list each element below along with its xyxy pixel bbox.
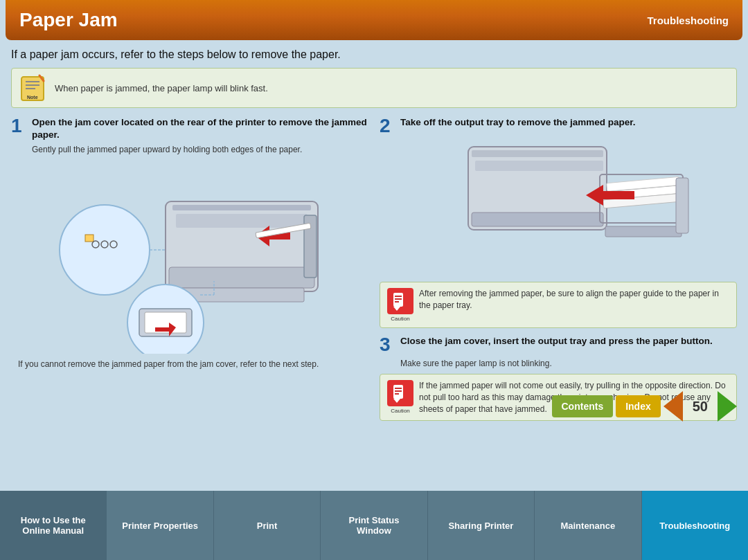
nav-item-online-manual-label: How to Use theOnline Manual: [21, 515, 86, 536]
svg-text:Note: Note: [27, 95, 38, 100]
nav-item-maintenance-label: Maintenance: [560, 521, 615, 531]
svg-rect-29: [472, 213, 603, 226]
caution-text-1: After removing the jammed paper, be sure…: [419, 288, 729, 311]
svg-rect-40: [395, 301, 399, 302]
right-column: 2 Take off the output tray to remove the…: [380, 116, 737, 428]
svg-rect-7: [85, 235, 93, 242]
caution-icon-wrap-1: Caution: [387, 288, 413, 322]
svg-rect-28: [475, 161, 603, 171]
svg-rect-15: [169, 267, 314, 288]
page-number: 50: [686, 399, 715, 415]
svg-rect-16: [179, 288, 304, 302]
caution-label-1: Caution: [391, 316, 410, 322]
step-1-desc: Gently pull the jammed paper upward by h…: [32, 145, 368, 154]
caution-icon-wrap-2: Caution: [387, 380, 413, 414]
svg-rect-13: [172, 205, 311, 210]
svg-rect-44: [395, 390, 402, 392]
step-3-number: 3: [380, 335, 395, 354]
nav-item-print-status[interactable]: Print StatusWindow: [321, 491, 427, 560]
note-icon-wrap: Note: [20, 74, 48, 102]
nav-item-maintenance[interactable]: Maintenance: [535, 491, 641, 560]
bottom-nav-bar: How to Use theOnline Manual Printer Prop…: [0, 491, 748, 560]
note-icon: Note: [20, 74, 48, 102]
caution-icon-1: [387, 288, 413, 314]
nav-item-troubleshooting-label: Troubleshooting: [659, 521, 730, 531]
step-2-number: 2: [380, 116, 395, 136]
left-column: 1 Open the jam cover located on the rear…: [11, 116, 368, 428]
svg-rect-3: [26, 88, 35, 89]
intro-text: If a paper jam occurs, refer to the step…: [11, 48, 737, 61]
nav-item-printer-properties[interactable]: Printer Properties: [107, 491, 213, 560]
page-content: If a paper jam occurs, refer to the step…: [0, 40, 748, 436]
step-1-caption: If you cannot remove the jammed paper fr…: [18, 359, 368, 369]
step-3-header: 3 Close the jam cover, insert the output…: [380, 335, 737, 354]
contents-button[interactable]: Contents: [552, 395, 614, 417]
main-content: Paper Jam Troubleshooting If a paper jam…: [0, 0, 748, 491]
svg-rect-35: [605, 226, 682, 237]
svg-rect-1: [26, 81, 39, 82]
step-2-header: 2 Take off the output tray to remove the…: [380, 116, 737, 136]
svg-rect-39: [395, 298, 402, 300]
svg-rect-36: [676, 178, 688, 233]
svg-rect-43: [395, 388, 402, 389]
nav-buttons: Contents Index 50: [552, 391, 738, 422]
svg-rect-38: [395, 296, 402, 297]
step-2-title: Take off the output tray to remove the j…: [400, 116, 636, 129]
nav-item-print-status-label: Print StatusWindow: [348, 515, 399, 536]
index-button[interactable]: Index: [616, 395, 661, 417]
caution-box-1: Caution After removing the jammed paper,…: [380, 282, 737, 328]
caution-icon-2: [387, 380, 413, 406]
note-text: When paper is jammed, the paper lamp wil…: [55, 83, 268, 93]
page-title: Paper Jam: [19, 9, 118, 31]
nav-item-troubleshooting[interactable]: Troubleshooting: [642, 491, 748, 560]
section-label: Troubleshooting: [648, 15, 729, 26]
printer-svg-right: [427, 140, 690, 275]
svg-rect-14: [176, 214, 308, 228]
step-1-title: Open the jam cover located on the rear o…: [32, 116, 368, 141]
nav-item-print[interactable]: Print: [214, 491, 321, 560]
nav-item-sharing-printer[interactable]: Sharing Printer: [428, 491, 535, 560]
nav-item-sharing-printer-label: Sharing Printer: [448, 521, 513, 531]
caution-pen-icon-2: [391, 383, 410, 403]
next-button[interactable]: [718, 391, 737, 422]
printer-svg-left: [55, 160, 332, 354]
printer-illustration-left: [18, 160, 368, 354]
nav-item-print-label: Print: [257, 521, 278, 531]
step-3-desc: Make sure the paper lamp is not blinking…: [400, 359, 737, 368]
svg-point-6: [60, 205, 150, 295]
caution-label-2: Caution: [391, 408, 410, 414]
note-box: Note When paper is jammed, the paper lam…: [11, 68, 737, 108]
svg-rect-2: [26, 84, 39, 86]
step-1-number: 1: [11, 116, 26, 136]
page-header: Paper Jam Troubleshooting: [6, 0, 742, 40]
step-1-header: 1 Open the jam cover located on the rear…: [11, 116, 368, 141]
two-col-layout: 1 Open the jam cover located on the rear…: [11, 116, 737, 428]
svg-marker-46: [393, 399, 400, 403]
step-3-title: Close the jam cover, insert the output t…: [400, 335, 713, 347]
svg-marker-41: [393, 307, 400, 311]
nav-item-online-manual[interactable]: How to Use theOnline Manual: [0, 491, 107, 560]
caution-pen-icon: [391, 291, 410, 311]
nav-item-printer-properties-label: Printer Properties: [122, 521, 198, 531]
svg-rect-27: [472, 150, 603, 157]
svg-rect-45: [395, 393, 399, 395]
prev-button[interactable]: [664, 391, 683, 422]
printer-illustration-right: [380, 140, 737, 275]
